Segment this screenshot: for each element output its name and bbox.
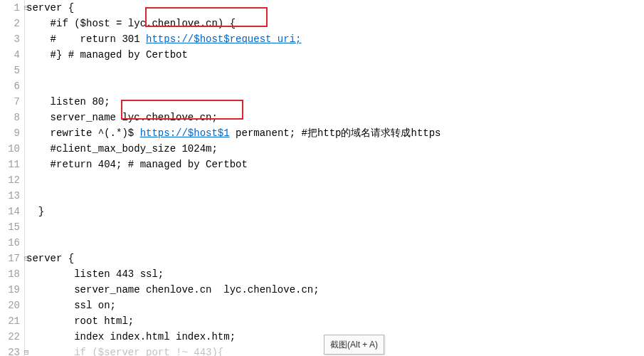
line-number: 5 — [0, 63, 20, 78]
code-line: #return 404; # managed by Certbot — [26, 157, 644, 172]
line-number: 4 — [0, 47, 20, 63]
text: rewrite ^(.*)$ — [26, 127, 140, 139]
code-line: listen 443 ssl; — [26, 266, 644, 282]
line-number: 3 — [0, 31, 20, 47]
code-line: server { — [26, 251, 644, 266]
code-line: server_name chenlove.cn lyc.chenlove.cn; — [26, 282, 644, 298]
code-line — [26, 78, 644, 94]
code-line — [26, 172, 644, 188]
text: permanent; #把http的域名请求转成https — [230, 127, 441, 139]
line-number-gutter: 1 2 3 4 5 6 7 8 9 10 11 12 13 14 15 16 1… — [0, 0, 25, 356]
code-line: } — [26, 204, 644, 219]
line-number: 13 — [0, 188, 20, 204]
line-number: 17 — [0, 251, 20, 266]
line-number: 14 — [0, 204, 20, 219]
line-number: 19 — [0, 282, 20, 298]
code-line: ssl on; — [26, 298, 644, 313]
code-line: #client_max_body_size 1024m; — [26, 141, 644, 157]
line-number: 8 — [0, 110, 20, 125]
text: { — [223, 18, 236, 29]
url-link[interactable]: https://$host$request_uri; — [146, 33, 301, 45]
line-number: 15 — [0, 219, 20, 235]
code-line: listen 80; — [26, 94, 644, 110]
line-number: 11 — [0, 157, 20, 172]
highlighted-host: lyc.chenlove.cn; — [122, 112, 217, 123]
line-number: 2 — [0, 16, 20, 31]
code-line: root html; — [26, 313, 644, 329]
text: server_name — [26, 112, 122, 123]
code-area[interactable]: server { #if ($host = lyc.chenlove.cn) {… — [25, 0, 644, 356]
code-line — [26, 188, 644, 204]
code-line — [26, 63, 644, 78]
line-number: 1 — [0, 0, 20, 16]
text: #if ($host = — [26, 18, 128, 29]
line-number: 6 — [0, 78, 20, 94]
code-line: server_name lyc.chenlove.cn; — [26, 110, 644, 125]
code-line: # return 301 https://$host$request_uri; — [26, 31, 644, 47]
line-number: 7 — [0, 94, 20, 110]
text: # return 301 — [26, 33, 146, 45]
line-number: 21 — [0, 313, 20, 329]
code-line: #} # managed by Certbot — [26, 47, 644, 63]
code-line — [26, 235, 644, 251]
line-number: 22 — [0, 329, 20, 345]
line-number: 20 — [0, 298, 20, 313]
code-line: #if ($host = lyc.chenlove.cn) { — [26, 16, 644, 31]
line-number: 12 — [0, 172, 20, 188]
line-number: 9 — [0, 125, 20, 141]
code-editor[interactable]: 1 2 3 4 5 6 7 8 9 10 11 12 13 14 15 16 1… — [0, 0, 644, 356]
code-line: rewrite ^(.*)$ https://$host$1 permanent… — [26, 125, 644, 141]
highlighted-host: lyc.chenlove.cn) — [128, 18, 223, 29]
screenshot-tooltip: 截图(Alt + A) — [324, 335, 384, 355]
line-number: 10 — [0, 141, 20, 157]
line-number: 16 — [0, 235, 20, 251]
line-number: 23 — [0, 345, 20, 356]
code-line — [26, 219, 644, 235]
url-link[interactable]: https://$host$1 — [140, 127, 230, 139]
code-line: server { — [26, 0, 644, 16]
line-number: 18 — [0, 266, 20, 282]
